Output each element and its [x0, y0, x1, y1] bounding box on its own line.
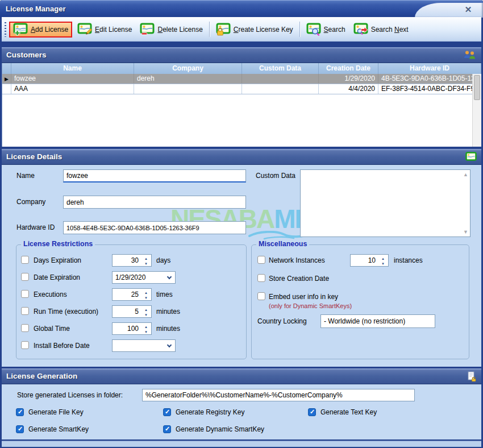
- store-creation-date-row: Store Creation Date: [252, 272, 469, 285]
- spinner-arrows-icon[interactable]: ▴▾: [143, 324, 149, 334]
- spinner-value: 100: [113, 323, 139, 334]
- executions-checkbox[interactable]: [21, 290, 29, 298]
- button-label: Search Next: [371, 26, 409, 34]
- scroll-down-icon[interactable]: ▼: [463, 229, 468, 235]
- table-header-row: Name Company Custom Data Creation Date H…: [2, 63, 481, 74]
- license-restrictions-group: License Restrictions Days Expiration 30 …: [16, 244, 247, 359]
- network-instances-spinner[interactable]: 10 ▴▾: [350, 254, 389, 267]
- add-license-button[interactable]: Add License: [9, 22, 72, 38]
- embed-note: (only for Dynamic SmartKeys): [269, 302, 352, 309]
- button-label: Add License: [31, 26, 68, 34]
- miscellaneous-group: Miscellaneous Network Instances 10 ▴▾ in…: [251, 244, 469, 359]
- spinner-value: 30: [113, 255, 139, 266]
- toolbar: Add License Edit License Delete Lic: [2, 17, 481, 42]
- users-icon: [463, 50, 477, 60]
- license-manager-window: License Manager ✕ Add License: [0, 0, 483, 448]
- title-bar: License Manager ✕: [0, 0, 483, 17]
- section-title: License Details: [2, 149, 481, 164]
- store-creation-date-checkbox[interactable]: [257, 274, 265, 282]
- executions-spinner[interactable]: 25 ▴▾: [112, 288, 152, 301]
- company-field[interactable]: [63, 196, 246, 209]
- generate-text-key-checkbox[interactable]: [308, 408, 316, 416]
- spinner-arrows-icon[interactable]: ▴▾: [143, 290, 149, 300]
- search-button[interactable]: Search: [302, 22, 349, 38]
- cell-custom-data: [242, 74, 319, 84]
- custom-data-label: Custom Data: [256, 169, 295, 182]
- cell-hardware-id: EF-38F3-4514-0ABC-DF34-F9: [378, 84, 481, 94]
- table-row[interactable]: ▶ fowzee dereh 1/29/2020 4B-5E3C-9DA0-63…: [2, 74, 481, 84]
- column-header-company[interactable]: Company: [134, 63, 242, 74]
- custom-data-container: ▲ ▼: [300, 169, 470, 237]
- unit-label: minutes: [156, 305, 180, 318]
- checkbox-label: Generate File Key: [28, 408, 84, 416]
- embed-user-info-checkbox[interactable]: [257, 292, 265, 300]
- date-expiration-combobox[interactable]: 1/29/2020: [112, 271, 176, 284]
- scroll-up-icon[interactable]: ▲: [463, 172, 468, 177]
- date-expiration-checkbox[interactable]: [21, 273, 29, 281]
- cell-company: dereh: [134, 74, 242, 84]
- license-delete-icon: [140, 23, 155, 36]
- folder-field[interactable]: [142, 389, 415, 401]
- date-expiration-row: Date Expiration 1/29/2020: [16, 271, 246, 284]
- days-expiration-checkbox[interactable]: [21, 256, 29, 264]
- row-selector-header: [2, 63, 11, 74]
- toolbar-grip[interactable]: [5, 22, 6, 37]
- group-title: Miscellaneous: [256, 240, 309, 248]
- checkbox-label: Generate Dynamic SmartKey: [176, 425, 264, 433]
- generate-dynamic-smartkey-checkbox[interactable]: [163, 425, 171, 433]
- scrollbar-thumb[interactable]: [474, 75, 480, 100]
- country-locking-field[interactable]: [320, 314, 435, 328]
- close-icon[interactable]: ✕: [461, 3, 475, 16]
- network-instances-checkbox[interactable]: [257, 256, 265, 264]
- install-before-date-combobox[interactable]: [112, 339, 176, 352]
- spinner-value: 25: [113, 289, 139, 300]
- toolbar-separator: [209, 22, 210, 37]
- create-license-key-button[interactable]: Create License Key: [212, 22, 297, 38]
- spinner-arrows-icon[interactable]: ▴▾: [143, 256, 149, 266]
- section-title: License Generation: [2, 368, 481, 384]
- generate-file-key-checkbox[interactable]: [16, 408, 24, 416]
- delete-license-button[interactable]: Delete License: [136, 22, 206, 38]
- unit-label: instances: [394, 254, 423, 267]
- cell-name: AAA: [11, 84, 134, 94]
- generate-registry-key-checkbox[interactable]: [163, 408, 171, 416]
- column-header-name[interactable]: Name: [11, 63, 134, 74]
- column-header-hardware-id[interactable]: Hardware ID: [378, 63, 481, 74]
- edit-license-button[interactable]: Edit License: [73, 22, 136, 38]
- run-time-checkbox[interactable]: [21, 307, 29, 315]
- search-next-button[interactable]: Search Next: [349, 22, 413, 38]
- table-scrollbar[interactable]: [472, 74, 481, 147]
- table-row[interactable]: AAA 4/4/2020 EF-38F3-4514-0ABC-DF34-F9: [2, 84, 481, 94]
- global-time-checkbox[interactable]: [21, 324, 29, 332]
- generate-dynamic-smartkey-option: Generate Dynamic SmartKey: [163, 424, 264, 434]
- cell-custom-data: [242, 84, 319, 94]
- cell-creation-date: 4/4/2020: [319, 84, 378, 94]
- column-header-custom-data[interactable]: Custom Data: [242, 63, 319, 74]
- chevron-down-icon: [167, 275, 172, 279]
- column-header-creation-date[interactable]: Creation Date: [319, 63, 378, 74]
- generate-file-key-option: Generate File Key: [16, 407, 84, 417]
- button-label: Create License Key: [234, 26, 293, 34]
- global-time-row: Global Time 100 ▴▾ minutes: [16, 322, 246, 335]
- days-expiration-spinner[interactable]: 30 ▴▾: [112, 254, 152, 267]
- hardware-id-field[interactable]: [63, 221, 246, 234]
- license-file-icon: [467, 371, 477, 381]
- name-label: Name: [16, 169, 35, 182]
- generate-smartkey-checkbox[interactable]: [16, 425, 24, 433]
- window-bottom-strip: [2, 441, 481, 447]
- spinner-arrows-icon[interactable]: ▴▾: [380, 256, 386, 266]
- license-card-icon: [465, 152, 477, 161]
- cell-company: [134, 84, 242, 94]
- row-label: Embed user info in key: [269, 291, 338, 303]
- embed-user-info-row: Embed user info in key: [252, 291, 469, 303]
- run-time-spinner[interactable]: 5 ▴▾: [112, 305, 152, 318]
- customers-section-header: Customers: [2, 47, 481, 63]
- name-field[interactable]: [63, 169, 246, 182]
- cell-hardware-id: 4B-5E3C-9DA0-636B-1D05-12: [378, 74, 481, 84]
- custom-data-field[interactable]: [300, 169, 470, 237]
- chevron-down-icon: [167, 343, 172, 347]
- spinner-arrows-icon[interactable]: ▴▾: [143, 307, 149, 317]
- install-before-date-checkbox[interactable]: [21, 341, 29, 349]
- global-time-spinner[interactable]: 100 ▴▾: [112, 322, 152, 335]
- cell-creation-date: 1/29/2020: [319, 74, 378, 84]
